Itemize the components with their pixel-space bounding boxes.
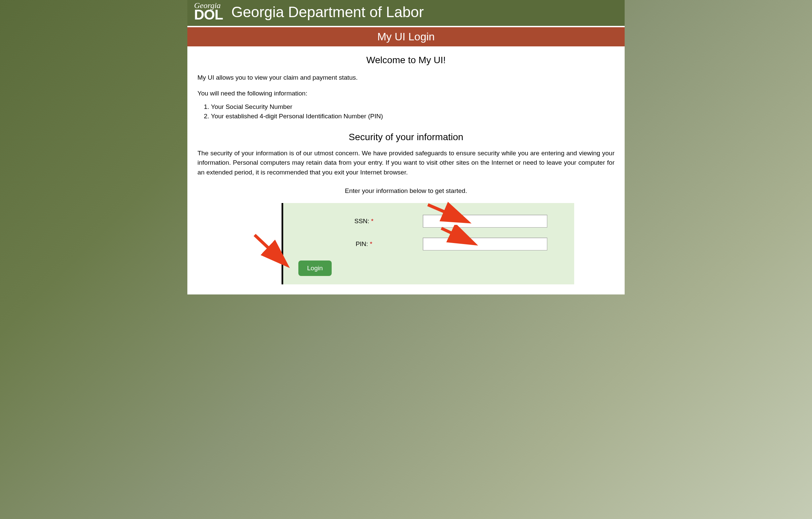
login-button[interactable]: Login: [298, 261, 332, 276]
svg-line-5: [255, 235, 283, 262]
enter-info-prompt: Enter your information below to get star…: [198, 187, 614, 195]
login-form-wrapper: SSN: * PIN: * Login: [238, 203, 574, 284]
requirements-list: Your Social Security Number Your establi…: [211, 103, 614, 120]
banner-title: My UI Login: [187, 27, 625, 47]
required-asterisk: *: [370, 240, 372, 247]
security-text: The security of your information is of o…: [198, 149, 614, 178]
content-panel: Welcome to My UI! My UI allows you to vi…: [187, 47, 625, 295]
logo-main-text: DOL: [194, 8, 223, 22]
ssn-input[interactable]: [423, 215, 547, 227]
security-heading: Security of your information: [198, 132, 614, 143]
required-asterisk: *: [371, 217, 373, 224]
header-bar: Georgia DOL Georgia Department of Labor: [187, 0, 625, 27]
welcome-heading: Welcome to My UI!: [198, 55, 614, 65]
logo: Georgia DOL: [194, 3, 223, 22]
intro-text: My UI allows you to view your claim and …: [198, 74, 614, 81]
requirements-intro: You will need the following information:: [198, 90, 614, 97]
requirement-item: Your established 4-digit Personal Identi…: [211, 113, 614, 120]
ssn-label: SSN: *: [310, 217, 418, 225]
page-title: Georgia Department of Labor: [231, 4, 424, 21]
requirement-item: Your Social Security Number: [211, 103, 614, 111]
pin-label: PIN: *: [310, 240, 418, 248]
login-form: SSN: * PIN: * Login: [282, 203, 574, 284]
pin-input[interactable]: [423, 238, 547, 250]
